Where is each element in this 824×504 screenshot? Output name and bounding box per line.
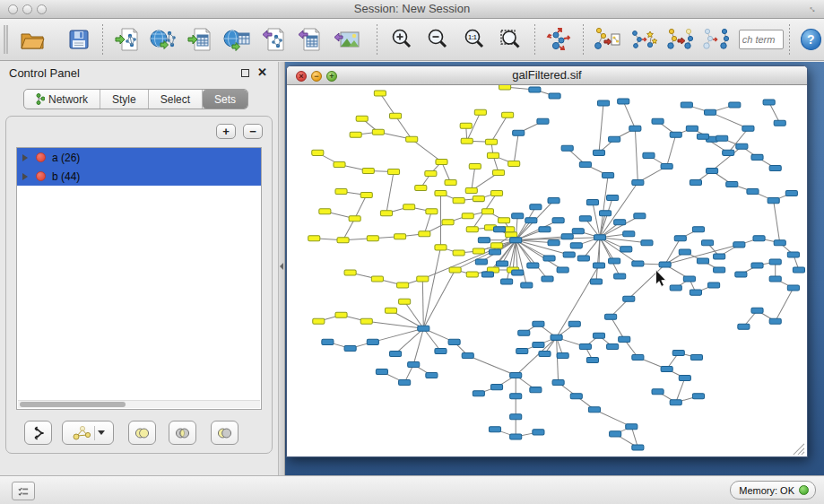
network-node[interactable] — [334, 161, 345, 167]
network-node[interactable] — [436, 159, 447, 164]
collapse-panel-icon[interactable] — [280, 263, 283, 270]
network-node[interactable] — [679, 376, 690, 381]
network-node[interactable] — [618, 99, 629, 104]
network-node[interactable] — [510, 238, 522, 243]
network-node[interactable] — [512, 270, 524, 275]
network-node[interactable] — [570, 243, 582, 248]
import-table-file-button[interactable] — [185, 22, 216, 56]
export-image-button[interactable] — [331, 22, 362, 56]
network-node[interactable] — [543, 256, 555, 261]
network-node[interactable] — [579, 343, 591, 349]
set-difference-button[interactable] — [211, 421, 239, 445]
network-node[interactable] — [408, 361, 420, 367]
network-node[interactable] — [670, 285, 681, 291]
network-node[interactable] — [537, 118, 549, 124]
network-node[interactable] — [769, 165, 781, 170]
network-node[interactable] — [593, 263, 604, 268]
network-node[interactable] — [527, 263, 539, 268]
network-node[interactable] — [426, 209, 438, 214]
network-node[interactable] — [344, 270, 356, 275]
export-table-button[interactable] — [294, 22, 325, 56]
set-union-button[interactable] — [128, 421, 156, 445]
network-node[interactable] — [785, 191, 797, 196]
network-node[interactable] — [387, 169, 399, 174]
network-node[interactable] — [614, 274, 626, 279]
network-node[interactable] — [670, 132, 681, 137]
select-first-neighbors-button[interactable] — [629, 22, 660, 56]
network-node[interactable] — [374, 91, 386, 96]
network-node[interactable] — [397, 282, 409, 288]
network-node[interactable] — [465, 188, 477, 194]
network-node[interactable] — [723, 150, 734, 155]
zoom-selected-region-button[interactable] — [495, 22, 526, 56]
network-node[interactable] — [490, 385, 502, 390]
network-node[interactable] — [594, 235, 605, 240]
network-node[interactable] — [516, 348, 528, 353]
network-node[interactable] — [614, 220, 626, 225]
network-node[interactable] — [674, 236, 686, 241]
network-node[interactable] — [435, 191, 447, 196]
network-node[interactable] — [501, 279, 513, 284]
network-node[interactable] — [445, 180, 456, 186]
network-node[interactable] — [690, 354, 702, 360]
network-node[interactable] — [512, 213, 524, 219]
network-node[interactable] — [787, 285, 799, 291]
import-network-file-button[interactable] — [111, 22, 143, 56]
tab-sets[interactable]: Sets — [203, 90, 247, 109]
network-graph[interactable] — [287, 85, 807, 456]
network-node[interactable] — [692, 227, 704, 232]
show-selected-button[interactable] — [664, 22, 696, 56]
network-node[interactable] — [561, 145, 573, 151]
network-node[interactable] — [661, 163, 672, 169]
network-node[interactable] — [435, 245, 447, 250]
scrollbar-thumb[interactable] — [20, 402, 126, 407]
open-session-button[interactable] — [17, 22, 48, 56]
network-node[interactable] — [371, 276, 383, 282]
network-node[interactable] — [690, 180, 701, 186]
network-node[interactable] — [530, 387, 542, 393]
network-node[interactable] — [481, 272, 493, 277]
help-button[interactable]: ? — [801, 29, 821, 50]
network-node[interactable] — [609, 136, 620, 142]
network-node[interactable] — [308, 236, 320, 241]
network-node[interactable] — [466, 272, 478, 277]
network-node[interactable] — [489, 249, 500, 255]
task-history-button[interactable] — [12, 482, 35, 500]
network-node[interactable] — [533, 342, 544, 347]
network-node[interactable] — [474, 109, 486, 115]
tab-network[interactable]: Network — [24, 90, 100, 109]
toolbar-drag-handle[interactable] — [4, 25, 8, 54]
network-node[interactable] — [549, 93, 560, 99]
network-node[interactable] — [643, 152, 655, 158]
network-node[interactable] — [738, 324, 750, 329]
network-node[interactable] — [367, 339, 378, 344]
zoom-in-button[interactable] — [386, 22, 417, 56]
network-node[interactable] — [579, 216, 591, 222]
network-node[interactable] — [376, 369, 387, 375]
network-window-titlebar[interactable]: × − + galFiltered.sif — [287, 66, 807, 85]
network-node[interactable] — [551, 335, 562, 340]
network-node[interactable] — [337, 238, 349, 243]
window-zoom-icon[interactable] — [37, 4, 47, 14]
network-node[interactable] — [714, 254, 725, 259]
network-node[interactable] — [344, 345, 356, 351]
network-node[interactable] — [533, 321, 544, 326]
network-node[interactable] — [395, 234, 406, 239]
apply-layout-button[interactable] — [543, 22, 575, 56]
network-node[interactable] — [389, 113, 401, 118]
network-node[interactable] — [385, 308, 396, 313]
network-node[interactable] — [521, 282, 533, 288]
network-node[interactable] — [485, 139, 497, 144]
network-node[interactable] — [629, 126, 641, 131]
network-node[interactable] — [473, 196, 484, 202]
create-set-from-network-button[interactable] — [62, 421, 114, 445]
network-node[interactable] — [557, 352, 568, 358]
network-node[interactable] — [462, 213, 473, 219]
network-view-window[interactable]: × − + galFiltered.sif — [286, 65, 808, 457]
network-node[interactable] — [461, 138, 473, 143]
split-set-button[interactable] — [24, 421, 52, 445]
network-node[interactable] — [539, 351, 551, 356]
network-node[interactable] — [478, 238, 490, 243]
network-node[interactable] — [632, 261, 644, 266]
network-node[interactable] — [561, 234, 573, 239]
